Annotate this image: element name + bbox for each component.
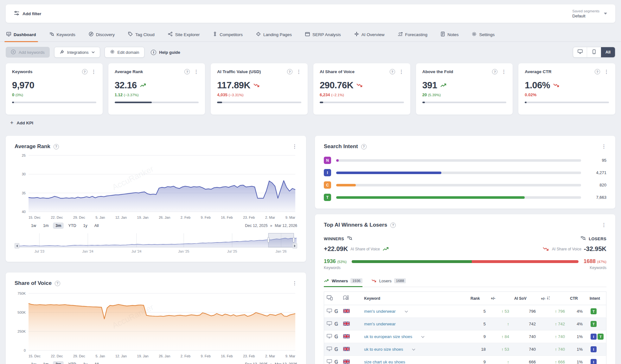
date-range[interactable]: Dec 12, 2025 » Mar 12, 2026 xyxy=(245,223,297,228)
tab-keywords[interactable]: Keywords xyxy=(49,30,76,41)
col-keyword[interactable]: Keyword xyxy=(362,292,468,305)
kpi-card-average-rank: Average Rank?⋮ 32.16 1.12 (−3.37%) xyxy=(108,63,205,115)
tab-settings[interactable]: Settings xyxy=(471,30,495,41)
tab-tag-cloud[interactable]: Tag Cloud xyxy=(127,30,155,41)
filter-search-icon[interactable] xyxy=(580,236,586,242)
kpi-title: Average Rank xyxy=(115,69,185,74)
help-guide-button[interactable]: i Help guide xyxy=(149,47,182,58)
range-button-YTD[interactable]: YTD xyxy=(66,223,79,229)
kpi-card-ai-share-of-voice: AI Share of Voice?⋮ 290.76K 6,234 (−2.1%… xyxy=(313,63,410,115)
edit-domain-button[interactable]: Edit domain xyxy=(105,47,145,58)
col-rank[interactable]: Rank xyxy=(468,292,488,305)
kebab-menu-icon[interactable]: ⋮ xyxy=(601,144,606,149)
brush-scroll-left-button[interactable] xyxy=(15,243,19,248)
help-icon[interactable]: ? xyxy=(595,69,600,74)
kebab-menu-icon[interactable]: ⋮ xyxy=(399,69,404,74)
col-sov-change[interactable]: +/- 91 xyxy=(538,292,567,305)
device-all-button[interactable]: All xyxy=(601,47,615,57)
tab-label: AI Overview xyxy=(362,32,385,37)
help-icon[interactable]: ? xyxy=(287,69,292,74)
kebab-menu-icon[interactable]: ⋮ xyxy=(604,69,609,74)
keyword-link[interactable]: size chart uk eu shoes xyxy=(364,360,405,364)
table-row[interactable]: Guk to european size shoes9↑ 84740↑ 7401… xyxy=(324,330,606,343)
network-icon xyxy=(168,32,173,37)
date-range[interactable]: Dec 12, 2025 » Mar 12, 2026 xyxy=(245,362,297,364)
tab-competitors[interactable]: Competitors xyxy=(212,30,243,41)
rank-value: 9 xyxy=(468,356,488,364)
tab-notes[interactable]: Notes xyxy=(440,30,459,41)
kebab-menu-icon[interactable]: ⋮ xyxy=(194,69,199,74)
keyword-link[interactable]: uk to euro size shoes xyxy=(364,347,403,352)
keyword-link[interactable]: men's underwear xyxy=(364,322,395,326)
chevron-down-icon[interactable] xyxy=(421,334,425,339)
add-kpi-button[interactable]: + Add KPI xyxy=(10,120,33,126)
help-icon[interactable]: ? xyxy=(184,69,190,74)
tab-serp-analysis[interactable]: SERP Analysis xyxy=(304,30,342,41)
range-button-1y[interactable]: 1y xyxy=(80,361,90,364)
share-of-voice-chart[interactable]: 750K500K250K0AccuRanker xyxy=(15,292,297,352)
col-intent[interactable]: Intent xyxy=(585,292,606,305)
range-button-1y[interactable]: 1y xyxy=(80,223,90,229)
kebab-menu-icon[interactable]: ⋮ xyxy=(501,69,506,74)
tab-losers[interactable]: Losers 1688 xyxy=(371,278,406,287)
chevron-down-icon[interactable] xyxy=(405,309,408,314)
intent-badge: T xyxy=(598,334,604,340)
help-icon[interactable]: ? xyxy=(54,144,59,149)
average-rank-chart[interactable]: 25303540AccuRanker xyxy=(15,154,297,214)
range-button-1m[interactable]: 1m xyxy=(41,223,51,229)
x-tick-label: 2. Mar xyxy=(265,216,275,219)
table-row[interactable]: Gmen's underwear5↑ 53796↑ 7964%T xyxy=(324,305,606,318)
col-ai-sov[interactable]: AI SoV xyxy=(512,292,538,305)
ctr-value: 4% xyxy=(567,305,585,318)
table-row[interactable]: Gsize chart uk eu shoes9↑ 666↑ 6661%I xyxy=(324,356,606,364)
tab-discovery[interactable]: Discovery xyxy=(88,30,115,41)
kebab-menu-icon[interactable]: ⋮ xyxy=(91,69,96,74)
keyword-link[interactable]: uk to european size shoes xyxy=(364,334,412,339)
tab-winners[interactable]: Winners 1936 xyxy=(324,278,362,287)
range-button-1w[interactable]: 1w xyxy=(29,361,39,364)
kebab-menu-icon[interactable]: ⋮ xyxy=(292,281,297,286)
kpi-delta: 1.12 xyxy=(115,92,123,97)
range-button-1m[interactable]: 1m xyxy=(41,361,51,364)
help-icon[interactable]: ? xyxy=(390,69,395,74)
kebab-menu-icon[interactable]: ⋮ xyxy=(601,223,606,228)
device-mobile-button[interactable] xyxy=(587,47,601,57)
chevron-down-icon[interactable] xyxy=(412,347,415,352)
tab-landing-pages[interactable]: Landing Pages xyxy=(255,30,292,41)
ai-sov-change: ↑ 742 xyxy=(538,318,567,330)
col-ctr[interactable]: CTR xyxy=(567,292,585,305)
range-button-3m[interactable]: 3m xyxy=(53,361,64,364)
ai-sov-value: 740 xyxy=(512,330,538,343)
range-button-YTD[interactable]: YTD xyxy=(66,361,79,364)
help-icon[interactable]: ? xyxy=(82,69,87,74)
rank-value: 9 xyxy=(468,330,488,343)
tab-ai-overview[interactable]: AI Overview xyxy=(354,30,385,41)
table-row[interactable]: Guk to euro size shoes18↑ 53740↑ 7401%I xyxy=(324,343,606,356)
tab-forecasting[interactable]: Forecasting xyxy=(397,30,428,41)
date-from: Dec 12, 2025 xyxy=(245,362,267,364)
keyword-link[interactable]: men's underwear xyxy=(364,309,395,314)
history-brush-chart[interactable]: Jul '23Jan '24Jul '24Jan '25Jul '25Jan '… xyxy=(15,233,297,254)
tab-dashboard[interactable]: Dashboard xyxy=(6,30,37,41)
range-button-All[interactable]: All xyxy=(92,223,101,229)
device-desktop-button[interactable] xyxy=(573,47,587,57)
add-keywords-button[interactable]: Add keywords xyxy=(6,47,50,58)
kebab-menu-icon[interactable]: ⋮ xyxy=(296,69,301,74)
add-filter-button[interactable]: Add filter xyxy=(14,11,41,16)
range-button-3m[interactable]: 3m xyxy=(53,223,64,229)
help-icon[interactable]: ? xyxy=(390,223,396,228)
saved-segments-dropdown[interactable]: Saved segments Default xyxy=(572,9,607,18)
help-icon[interactable]: ? xyxy=(55,281,60,286)
range-button-All[interactable]: All xyxy=(92,361,101,364)
integrations-dropdown[interactable]: Integrations xyxy=(54,47,100,58)
range-button-1w[interactable]: 1w xyxy=(29,223,39,229)
table-row[interactable]: Gmen's underwear5↑ 742↑ 7424%T xyxy=(324,318,606,330)
col-rank-change[interactable]: +/- xyxy=(488,292,512,305)
help-icon[interactable]: ? xyxy=(361,144,367,149)
help-icon[interactable]: ? xyxy=(492,69,497,74)
brush-scroll-right-button[interactable] xyxy=(292,243,297,248)
rank-change: ↑ xyxy=(488,318,512,330)
filter-search-icon[interactable] xyxy=(347,236,352,242)
tab-site-explorer[interactable]: Site Explorer xyxy=(167,30,200,41)
kebab-menu-icon[interactable]: ⋮ xyxy=(292,144,297,149)
